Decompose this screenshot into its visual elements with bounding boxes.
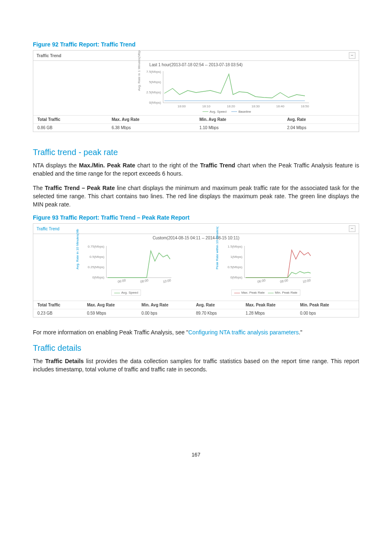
figure93-panel-title: Traffic Trend bbox=[37, 227, 60, 231]
figure92-legend: Avg. Speed Baseline bbox=[141, 110, 313, 114]
svg-text:18:40: 18:40 bbox=[276, 104, 285, 108]
figure93-left-yaxis-label: Avg. Rate in 10 Minutes(Mb bbox=[76, 229, 79, 269]
svg-text:10:00: 10:00 bbox=[163, 278, 172, 284]
svg-text:1.5(Mbps): 1.5(Mbps) bbox=[228, 245, 242, 248]
figure92-stats-head: Total Traffic Max. Avg Rate Min. Avg Rat… bbox=[33, 115, 359, 123]
figure92-panel-header: Traffic Trend − bbox=[33, 51, 359, 61]
figure93-panel-header: Traffic Trend − bbox=[33, 224, 359, 234]
svg-text:18:50: 18:50 bbox=[301, 104, 309, 108]
figure93-panel: Traffic Trend − Custom(2014-08-15 04:11 … bbox=[33, 223, 359, 317]
svg-text:7.5(Mbps): 7.5(Mbps) bbox=[146, 70, 161, 74]
figure92-yaxis-label: Avg. Rate in 1 Minutes(Mbp bbox=[137, 50, 141, 91]
figure93-right-svg: 1.5(Mbps) 1(Mbps) 0.5(Mbps) 0(Mbps) 06:0… bbox=[219, 243, 313, 288]
svg-text:18:10: 18:10 bbox=[202, 104, 211, 108]
svg-text:10:00: 10:00 bbox=[302, 278, 311, 284]
heading-traffic-details: Traffic details bbox=[33, 343, 359, 353]
figure93-timerange: Custom(2014-08-15 04:11 -- 2014-08-15 10… bbox=[33, 234, 359, 241]
peak-crossref: For more information on enabling Peak Tr… bbox=[33, 328, 359, 336]
collapse-icon[interactable]: − bbox=[349, 52, 355, 59]
collapse-icon[interactable]: − bbox=[349, 225, 355, 232]
figure93-left-chart: Avg. Rate in 10 Minutes(Mb 0.75(Mbps) 0.… bbox=[79, 243, 173, 296]
svg-text:18:30: 18:30 bbox=[251, 104, 260, 108]
figure93-right-chart: Peak Rate within 10 Minutes( 1.5(Mbps) 1… bbox=[219, 243, 313, 296]
svg-text:08:00: 08:00 bbox=[140, 278, 149, 284]
svg-text:0.5(Mbps): 0.5(Mbps) bbox=[228, 265, 242, 269]
peak-p2: The Traffic Trend – Peak Rate line chart… bbox=[33, 184, 359, 209]
figure93-stats-head: Total Traffic Max. Avg Rate Min. Avg Rat… bbox=[33, 301, 359, 309]
svg-text:2.5(Mbps): 2.5(Mbps) bbox=[146, 90, 161, 94]
figure93-left-legend: Avg. Speed bbox=[111, 290, 141, 296]
figure93-right-legend: Max. Peak Rate Min. Peak Rate bbox=[231, 290, 300, 296]
peak-p1: NTA displays the Max./Min. Peak Rate cha… bbox=[33, 161, 359, 178]
heading-peak-rate: Traffic trend - peak rate bbox=[33, 148, 359, 157]
figure92-svg: 7.5(Mbps) 5(Mbps) 2.5(Mbps) 0(Mbps) 18:0… bbox=[141, 68, 313, 109]
figure92-panel: Traffic Trend − Last 1 hour(2013-07-18 0… bbox=[33, 50, 359, 132]
svg-text:0(Mbps): 0(Mbps) bbox=[149, 101, 161, 104]
figure92-timerange: Last 1 hour(2013-07-18 02:54 -- 2013-07-… bbox=[33, 61, 359, 68]
svg-text:06:00: 06:00 bbox=[118, 278, 127, 284]
svg-text:18:20: 18:20 bbox=[227, 104, 235, 108]
link-configuring-nta[interactable]: Configuring NTA traffic analysis paramet… bbox=[188, 329, 299, 336]
figure93-left-svg: 0.75(Mbps) 0.5(Mbps) 0.25(Mbps) 0(Mbps) … bbox=[79, 243, 173, 288]
svg-text:18:00: 18:00 bbox=[178, 104, 186, 108]
figure93-stats-row: 0.23 GB 0.59 Mbps 0.00 bps 89.70 Kbps 1.… bbox=[33, 309, 359, 317]
svg-text:1(Mbps): 1(Mbps) bbox=[231, 255, 243, 259]
svg-text:08:00: 08:00 bbox=[280, 278, 289, 284]
figure93-caption: Figure 93 Traffic Report: Traffic Trend … bbox=[33, 214, 359, 221]
figure92-chart: Avg. Rate in 1 Minutes(Mbp 7.5(Mbps) 5(M… bbox=[141, 68, 313, 114]
details-p1: The Traffic Details list provides the da… bbox=[33, 357, 359, 374]
page-number: 167 bbox=[33, 452, 359, 458]
figure92-panel-title: Traffic Trend bbox=[37, 53, 61, 58]
figure92-stats-row: 0.86 GB 6.38 Mbps 1.10 Mbps 2.04 Mbps bbox=[33, 123, 359, 132]
svg-text:5(Mbps): 5(Mbps) bbox=[149, 80, 161, 84]
svg-text:0(Mbps): 0(Mbps) bbox=[231, 276, 243, 279]
svg-text:0.5(Mbps): 0.5(Mbps) bbox=[90, 255, 104, 259]
svg-text:06:00: 06:00 bbox=[257, 278, 266, 284]
svg-text:0(Mbps): 0(Mbps) bbox=[92, 276, 105, 279]
svg-text:0.75(Mbps): 0.75(Mbps) bbox=[88, 245, 105, 248]
figure92-caption: Figure 92 Traffic Report: Traffic Trend bbox=[33, 41, 359, 48]
figure93-right-yaxis-label: Peak Rate within 10 Minutes( bbox=[215, 227, 219, 269]
svg-text:0.25(Mbps): 0.25(Mbps) bbox=[88, 265, 105, 269]
